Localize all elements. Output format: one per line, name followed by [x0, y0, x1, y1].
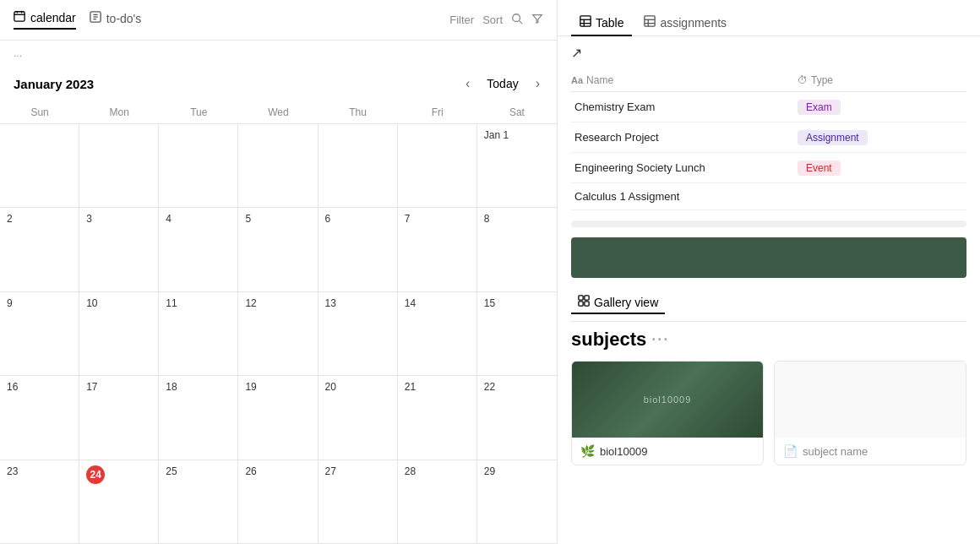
- day-cell-17[interactable]: 17: [79, 376, 159, 459]
- day-cell-28[interactable]: 28: [398, 460, 477, 543]
- subjects-heading: subjects ···: [571, 329, 966, 351]
- table-row[interactable]: Engineering Society Lunch Event: [571, 153, 966, 183]
- day-cell-jan1[interactable]: Jan 1: [477, 124, 557, 207]
- type-badge: Assignment: [798, 130, 868, 145]
- today-button[interactable]: Today: [480, 73, 525, 94]
- panel-toolbar: ↗: [558, 36, 980, 69]
- day-cell-8[interactable]: 8: [477, 208, 557, 291]
- day-header-sat: Sat: [477, 101, 557, 123]
- table-header: Aa Name ⏱ Type: [571, 69, 966, 92]
- day-cell-16[interactable]: 16: [0, 376, 79, 459]
- tab-table[interactable]: Table: [571, 10, 632, 36]
- tab-calendar[interactable]: calendar: [14, 10, 76, 30]
- document-icon: 📄: [783, 444, 798, 458]
- col-type-header: ⏱ Type: [798, 74, 966, 86]
- day-cell[interactable]: [398, 124, 477, 207]
- search-icon[interactable]: [511, 13, 523, 27]
- day-cell-23[interactable]: 23: [0, 460, 79, 543]
- card-empty-title: subject name: [803, 445, 868, 458]
- card-empty-footer: 📄 subject name: [775, 438, 966, 465]
- row-name: Engineering Society Lunch: [571, 161, 798, 174]
- calendar-header: January 2023 ‹ Today ›: [0, 66, 557, 101]
- day-cell-22[interactable]: 22: [477, 376, 557, 459]
- day-cell-11[interactable]: 11: [159, 292, 238, 375]
- day-cell-14[interactable]: 14: [398, 292, 477, 375]
- type-col-icon: ⏱: [798, 74, 808, 86]
- svg-point-8: [513, 14, 520, 22]
- day-cell[interactable]: [159, 124, 238, 207]
- gallery-view-tab[interactable]: Gallery view: [571, 291, 665, 314]
- gallery-card[interactable]: biol10009 🌿 biol10009: [571, 361, 764, 465]
- weeks: Jan 1 2 3 4 5 6 7 8 9 10 11 12 13 14 15: [0, 124, 557, 544]
- day-cell-27[interactable]: 27: [318, 460, 398, 543]
- tab-todos[interactable]: to-do's: [90, 11, 142, 29]
- day-cell-5[interactable]: 5: [238, 208, 318, 291]
- top-nav: calendar to-do's Filter Sort: [0, 0, 557, 41]
- calendar-nav: ‹ Today ›: [462, 73, 543, 95]
- expand-icon[interactable]: ↗: [571, 46, 582, 60]
- day-cell-18[interactable]: 18: [159, 376, 238, 459]
- day-cell-4[interactable]: 4: [159, 208, 238, 291]
- card-image: biol10009: [572, 362, 763, 438]
- svg-rect-10: [580, 16, 591, 26]
- svg-rect-0: [14, 12, 24, 21]
- table-icon: [580, 15, 591, 30]
- day-cell-20[interactable]: 20: [318, 376, 398, 459]
- day-header-wed: Wed: [238, 101, 318, 123]
- next-month-button[interactable]: ›: [532, 73, 543, 95]
- day-header-sun: Sun: [0, 101, 79, 123]
- right-panel: Table assignments ↗ Aa Name ⏱ Type Chemi…: [558, 0, 980, 544]
- subjects-options[interactable]: ···: [651, 331, 669, 349]
- table-row[interactable]: Calculus 1 Assigment: [571, 183, 966, 210]
- table-row[interactable]: Chemistry Exam Exam: [571, 92, 966, 122]
- day-cell-9[interactable]: 9: [0, 292, 79, 375]
- day-header-mon: Mon: [79, 101, 159, 123]
- day-cell-21[interactable]: 21: [398, 376, 477, 459]
- filter-button[interactable]: Filter: [449, 14, 474, 26]
- day-cell-2[interactable]: 2: [0, 208, 79, 291]
- row-type: Assignment: [798, 129, 966, 145]
- week-row: 23 24 25 26 27 28 29: [0, 460, 557, 544]
- card-title: biol10009: [600, 445, 647, 458]
- calendar-month-title: January 2023: [14, 77, 462, 91]
- banner-image: [571, 237, 966, 278]
- sort-button[interactable]: Sort: [482, 14, 503, 26]
- filter-icon[interactable]: [531, 13, 543, 27]
- prev-month-button[interactable]: ‹: [462, 73, 473, 95]
- day-header-fri: Fri: [398, 101, 477, 123]
- day-headers: Sun Mon Tue Wed Thu Fri Sat: [0, 101, 557, 124]
- day-cell[interactable]: [79, 124, 159, 207]
- card-empty-body: [775, 362, 966, 438]
- week-row: 2 3 4 5 6 7 8: [0, 208, 557, 291]
- week-row: Jan 1: [0, 124, 557, 208]
- tab-table-label: Table: [596, 16, 623, 30]
- day-cell[interactable]: [0, 124, 79, 207]
- day-cell-7[interactable]: 7: [398, 208, 477, 291]
- assignments-icon: [644, 15, 656, 30]
- day-cell-10[interactable]: 10: [79, 292, 159, 375]
- gallery-tab-bar: Gallery view: [571, 285, 966, 322]
- day-cell-6[interactable]: 6: [318, 208, 398, 291]
- col-name-header: Aa Name: [571, 74, 798, 86]
- table-row[interactable]: Research Project Assignment: [571, 122, 966, 153]
- day-header-thu: Thu: [318, 101, 398, 123]
- day-cell-24-today[interactable]: 24: [79, 460, 159, 543]
- day-cell-15[interactable]: 15: [477, 292, 557, 375]
- day-cell-12[interactable]: 12: [238, 292, 318, 375]
- gallery-icon: [578, 295, 590, 309]
- day-cell-26[interactable]: 26: [238, 460, 318, 543]
- day-cell-25[interactable]: 25: [159, 460, 238, 543]
- day-cell-29[interactable]: 29: [477, 460, 557, 543]
- tab-calendar-label: calendar: [30, 11, 76, 24]
- tab-assignments[interactable]: assignments: [635, 10, 735, 36]
- day-cell-19[interactable]: 19: [238, 376, 318, 459]
- gallery-card-empty[interactable]: 📄 subject name: [774, 361, 966, 465]
- gallery-section: Gallery view subjects ··· biol10009 🌿 bi…: [558, 285, 980, 544]
- svg-rect-19: [585, 296, 589, 300]
- panel-tabs: Table assignments: [558, 0, 980, 36]
- day-cell-3[interactable]: 3: [79, 208, 159, 291]
- day-cell[interactable]: [238, 124, 318, 207]
- day-cell-13[interactable]: 13: [318, 292, 398, 375]
- svg-rect-18: [579, 296, 583, 300]
- day-cell[interactable]: [318, 124, 398, 207]
